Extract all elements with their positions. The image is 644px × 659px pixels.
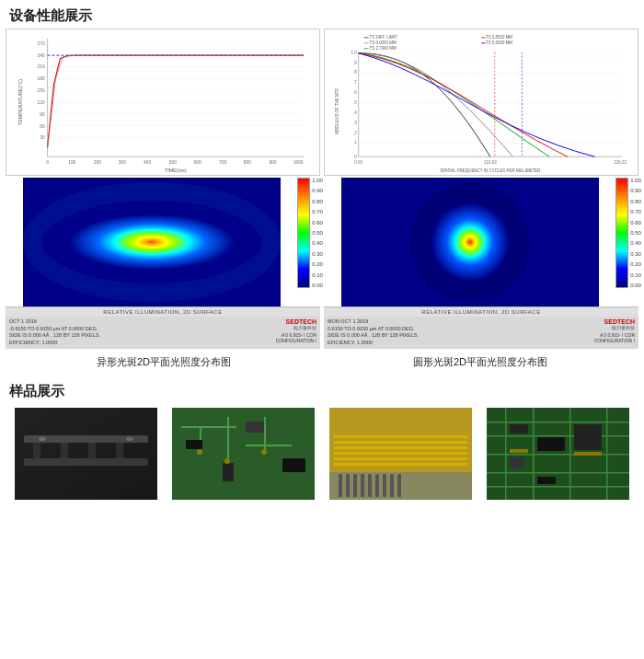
svg-text:.1: .1 [353,140,357,145]
heatmap1-info-left: OCT 1 2019 -0.9150 TO 0.9150 µm AT 0.000… [9,318,276,347]
caption-heatmap1: 异形光斑2D平面光照度分布图 [6,353,322,369]
heatmap2-info2: 0.9150 TO 0.9150 µm AT 0.0000 DEG. [328,326,594,333]
heatmap2-config: CONFIGURATION I [594,338,635,343]
svg-text:1.0: 1.0 [351,51,358,55]
sample-image-3 [324,408,477,500]
svg-text:300: 300 [118,160,125,165]
svg-rect-119 [368,474,372,497]
svg-point-103 [197,449,202,455]
svg-rect-111 [334,452,467,455]
heatmap1-info2: -0.9150 TO 0.9150 µm AT 0.0000 DEG. [9,326,276,333]
sample-image-2 [167,408,320,500]
svg-text:TEMPERATURE(°C): TEMPERATURE(°C) [17,79,23,125]
sample-section-title: 样品展示 [9,379,635,404]
heatmap2-info4: EFICIENCY: 1.0000 [328,340,594,347]
svg-text:400: 400 [144,160,151,165]
svg-text:1000: 1000 [293,160,304,165]
captions-row: 异形光斑2D平面光照度分布图 圆形光斑2D平面光照度分布图 [0,351,644,371]
heatmap1-info3: SIDE IS 0.000 AÅ , 128 BY 128 PIXELS. [9,332,276,340]
svg-rect-127 [487,454,629,456]
svg-rect-109 [334,441,467,444]
svg-text:TS 2.7360 MM: TS 2.7360 MM [370,46,397,51]
svg-rect-115 [339,474,342,497]
svg-rect-138 [537,477,556,484]
svg-text:110.03: 110.03 [484,160,497,165]
svg-text:MODULUS OF THE MTF: MODULUS OF THE MTF [335,88,339,134]
temperature-chart: TEMPERATURE(°C) 270 240 210 180 150 120 … [6,29,320,176]
svg-rect-140 [574,452,602,456]
svg-rect-136 [574,424,602,450]
svg-rect-134 [510,424,528,434]
sedtech-logo2: SEDTECH [604,318,635,325]
svg-text:60: 60 [40,124,45,129]
svg-rect-96 [227,417,229,463]
svg-text:0: 0 [46,160,49,165]
svg-text:.9: .9 [353,61,357,65]
heatmap2-info-right: SEDTECH 能川量科技 A 0 0.915- I COR CONFIGURA… [594,318,635,343]
heatmap2-caption-text: RELATIVE ILLUMINATION, 2D SURFACE [327,309,636,315]
svg-text:200: 200 [94,160,101,165]
heatmap2-date: MON OCT 1 2019 [328,318,594,326]
svg-rect-118 [361,474,364,497]
svg-rect-92 [15,408,157,500]
svg-text:TS 0.0000 MM: TS 0.0000 MM [370,40,397,45]
heatmap2-caption-bar: RELATIVE ILLUMINATION, 2D SURFACE [324,306,638,317]
svg-rect-101 [246,422,264,433]
svg-text:180: 180 [37,76,44,81]
svg-text:100: 100 [68,160,75,165]
svg-text:SPATIAL FREQUENCY IN CYCLES PE: SPATIAL FREQUENCY IN CYCLES PER MILLIMET… [440,168,540,173]
svg-rect-126 [487,435,629,437]
svg-text:.5: .5 [353,100,357,105]
sedtech-sub1: 能川量科技 [293,325,316,330]
svg-rect-117 [353,474,357,497]
colorbar2: 1.00 0.90 0.80 0.70 0.60 0.50 0.40 0.30 … [618,178,638,306]
svg-rect-133 [606,408,608,500]
svg-text:.3: .3 [353,121,357,125]
heatmap1-caption-text: RELATIVE ILLUMINATION, 2D SURFACE [8,309,317,315]
heatmap2-info3: SIDE IS 0.000 AÅ , 128 BY 128 PIXELS. [328,332,594,340]
svg-text:.6: .6 [353,90,357,95]
svg-text:.4: .4 [353,110,357,115]
colorbar1: 1.00 0.90 0.80 0.70 0.60 0.50 0.40 0.30 … [300,178,320,306]
svg-rect-34 [331,29,631,175]
svg-text:900: 900 [269,160,276,165]
svg-rect-137 [510,457,523,468]
heatmap1-info-right: SEDTECH 能川量科技 A 0 0.915- I COR CONFIGURA… [276,318,316,343]
svg-text:90: 90 [40,112,45,117]
svg-text:240: 240 [37,53,44,58]
svg-text:500: 500 [169,160,177,165]
svg-rect-102 [282,458,305,472]
svg-rect-97 [246,445,292,446]
svg-rect-139 [510,449,528,453]
heatmap1 [6,178,298,306]
svg-text:.7: .7 [353,80,357,85]
svg-text:TS 5.6000 MM: TS 5.6000 MM [486,40,512,45]
heatmap2-info-bar: MON OCT 1 2019 0.9150 TO 0.9150 µm AT 0.… [324,317,638,349]
svg-text:800: 800 [244,160,251,165]
svg-text:270: 270 [37,41,44,46]
svg-text:0.00: 0.00 [354,160,362,165]
equipment-section-title: 设备性能展示 [0,0,644,29]
heatmap1-config: CONFIGURATION I [276,338,316,343]
svg-text:TIME(ms): TIME(ms) [165,168,187,173]
svg-rect-121 [383,474,386,497]
svg-point-105 [261,449,267,455]
svg-rect-123 [397,474,401,497]
heatmap1-info-bar: OCT 1 2019 -0.9150 TO 0.9150 µm AT 0.000… [6,317,320,349]
heatmap1-container: 1.00 0.90 0.80 0.70 0.60 0.50 0.40 0.30 … [6,178,320,349]
heatmap2 [324,178,616,306]
sample-image-4 [481,408,635,500]
svg-rect-135 [537,437,565,451]
heatmap1-caption-bar: RELATIVE ILLUMINATION, 2D SURFACE [6,306,320,317]
svg-point-82 [431,203,509,281]
svg-text:TS DIFF. LIMIT: TS DIFF. LIMIT [370,35,397,40]
svg-text:.8: .8 [353,70,357,75]
heatmaps-row: 1.00 0.90 0.80 0.70 0.60 0.50 0.40 0.30 … [0,176,644,351]
svg-rect-130 [505,408,507,500]
svg-point-77 [69,214,235,270]
caption-heatmap2-text: 圆形光斑2D平面光照度分布图 [413,356,547,367]
svg-rect-100 [223,463,234,481]
svg-text:150: 150 [37,88,44,93]
svg-text:30: 30 [40,135,45,140]
svg-rect-122 [390,474,394,497]
